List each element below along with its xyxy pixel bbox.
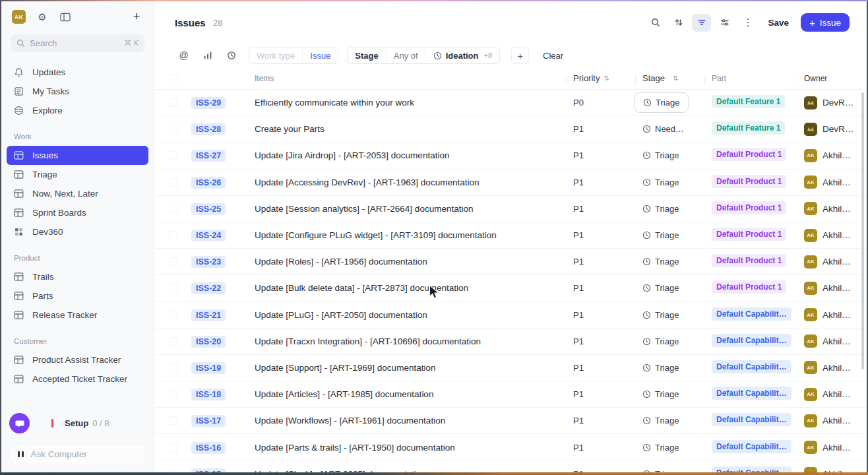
- issue-title[interactable]: Update [Roles] - [ART-1956] documentatio…: [241, 257, 566, 267]
- issue-id-badge[interactable]: ISS-21: [191, 309, 226, 321]
- sidebar-item-release-tracker[interactable]: Release Tracker: [7, 305, 148, 325]
- priority-cell[interactable]: P1: [566, 416, 635, 426]
- owner-cell[interactable]: AKAkhil…: [797, 414, 867, 428]
- issue-title[interactable]: Update [Workflows] - [ART-1961] document…: [241, 416, 566, 426]
- row-checkbox[interactable]: [170, 125, 178, 133]
- owner-cell[interactable]: AKAkhil…: [797, 175, 867, 189]
- column-owner[interactable]: Owner: [797, 74, 867, 83]
- work-type-filter[interactable]: Work type Issue: [249, 47, 338, 64]
- clear-filters-button[interactable]: Clear: [543, 51, 563, 61]
- stage-cell[interactable]: Triage: [635, 283, 704, 293]
- select-all-checkbox[interactable]: [170, 74, 178, 82]
- row-checkbox[interactable]: [170, 98, 178, 107]
- row-checkbox[interactable]: [170, 390, 178, 398]
- table-row[interactable]: ISS-22 Update [Bulk delete data] - [ART-…: [155, 275, 867, 301]
- column-part[interactable]: Part: [704, 74, 797, 83]
- table-row[interactable]: ISS-29 Efficiently communicate within yo…: [155, 90, 867, 116]
- issue-id-badge[interactable]: ISS-28: [191, 123, 226, 135]
- toggle-sidebar-icon[interactable]: [59, 11, 72, 24]
- stage-cell[interactable]: Triage: [635, 389, 704, 399]
- sidebar-item-sprint-boards[interactable]: Sprint Boards: [7, 203, 148, 222]
- table-row[interactable]: ISS-20 Update [Tracxn Integration] - [AR…: [155, 329, 867, 355]
- save-button[interactable]: Save: [768, 18, 789, 28]
- table-row[interactable]: ISS-24 Update [Configure PLuG widget] - …: [155, 222, 867, 249]
- owner-cell[interactable]: AKAkhil…: [797, 308, 867, 321]
- stage-filter-value[interactable]: Ideation +8: [425, 48, 499, 63]
- owner-cell[interactable]: DevR…: [797, 123, 867, 136]
- priority-cell[interactable]: P1: [566, 310, 635, 320]
- priority-cell[interactable]: P1: [566, 230, 635, 240]
- stage-cell[interactable]: Triage: [635, 230, 704, 240]
- part-cell[interactable]: Default Product 1: [704, 254, 797, 269]
- owner-cell[interactable]: DevR…: [797, 96, 867, 110]
- owner-cell[interactable]: AKAkhil…: [797, 441, 867, 454]
- sidebar-item-now-next-later[interactable]: Now, Next, Later: [7, 184, 148, 203]
- search-icon[interactable]: [646, 14, 665, 32]
- owner-cell[interactable]: AKAkhil…: [797, 229, 867, 242]
- issue-id-badge[interactable]: ISS-27: [191, 150, 226, 162]
- owner-cell[interactable]: AKAkhil…: [797, 334, 867, 348]
- issue-id-badge[interactable]: ISS-23: [191, 256, 226, 268]
- owner-cell[interactable]: AKAkhil…: [797, 149, 867, 162]
- issue-title[interactable]: Update [Bulk delete data] - [ART-2873] d…: [241, 283, 566, 293]
- sidebar-item-updates[interactable]: Updates: [7, 63, 148, 82]
- sidebar-item-dev360[interactable]: Dev360: [7, 222, 148, 241]
- table-row[interactable]: ISS-18 Update [Articles] - [ART-1985] do…: [155, 381, 867, 408]
- table-row[interactable]: ISS-19 Update [Support] - [ART-1969] doc…: [155, 355, 867, 381]
- stage-cell[interactable]: Triage: [635, 336, 704, 346]
- settings-gear-icon[interactable]: ⚙: [36, 11, 49, 24]
- row-checkbox[interactable]: [170, 364, 178, 372]
- issue-id-badge[interactable]: ISS-24: [191, 230, 226, 241]
- priority-cell[interactable]: P1: [566, 363, 635, 373]
- priority-cell[interactable]: P1: [566, 283, 635, 293]
- row-checkbox[interactable]: [170, 205, 178, 213]
- add-filter-button[interactable]: +: [511, 47, 529, 64]
- row-checkbox[interactable]: [170, 151, 178, 160]
- new-issue-button[interactable]: + Issue: [801, 13, 850, 32]
- stage-filter-operator[interactable]: Any of: [386, 48, 425, 63]
- priority-cell[interactable]: P1: [566, 150, 635, 160]
- issue-title[interactable]: Update [Session analytics] - [ART-2664] …: [241, 204, 566, 214]
- setup-label[interactable]: Setup: [65, 418, 88, 428]
- issue-title[interactable]: Update [Support] - [ART-1969] documentat…: [241, 363, 566, 373]
- owner-cell[interactable]: AKAkhil…: [797, 361, 867, 374]
- work-type-value[interactable]: Issue: [302, 48, 338, 63]
- row-checkbox[interactable]: [170, 337, 178, 346]
- sidebar-item-my-tasks[interactable]: My Tasks: [7, 82, 148, 101]
- owner-cell[interactable]: AKAkhil…: [797, 282, 867, 295]
- sidebar-add-button[interactable]: +: [130, 11, 143, 24]
- stage-cell[interactable]: Triage: [635, 363, 704, 373]
- row-checkbox[interactable]: [170, 257, 178, 266]
- part-cell[interactable]: Default Capabilit…: [704, 307, 797, 323]
- table-row[interactable]: ISS-27 Update [Jira Airdrop] - [ART-2053…: [155, 142, 867, 169]
- sort-icon[interactable]: [669, 14, 688, 32]
- customize-view-icon[interactable]: [715, 14, 734, 32]
- history-icon[interactable]: [222, 47, 240, 64]
- more-options-icon[interactable]: ⋮: [738, 14, 757, 32]
- row-checkbox[interactable]: [170, 311, 178, 319]
- issue-title[interactable]: Update [Parts & trails] - [ART-1950] doc…: [241, 443, 566, 453]
- owner-cell[interactable]: AKAkhil…: [797, 255, 867, 269]
- priority-cell[interactable]: P0: [566, 98, 635, 108]
- stage-cell[interactable]: Triage: [635, 416, 704, 426]
- priority-cell[interactable]: P1: [566, 257, 635, 267]
- table-row[interactable]: ISS-26 Update [Accessing DevRev] - [ART-…: [155, 170, 867, 196]
- sidebar-item-product-assist-tracker[interactable]: Product Assist Tracker: [7, 350, 148, 369]
- stage-cell[interactable]: Triage: [635, 310, 704, 320]
- part-cell[interactable]: Default Product 1: [704, 148, 797, 163]
- mention-filter-icon[interactable]: @: [175, 47, 193, 64]
- part-cell[interactable]: Default Capabilit…: [704, 360, 797, 375]
- issue-id-badge[interactable]: ISS-18: [191, 389, 226, 400]
- table-row[interactable]: ISS-17 Update [Workflows] - [ART-1961] d…: [155, 408, 867, 434]
- sidebar-item-accepted-ticket-tracker[interactable]: Accepted Ticket Tracker: [7, 369, 148, 389]
- part-cell[interactable]: Default Capabilit…: [704, 466, 797, 472]
- stage-cell[interactable]: Triage: [635, 204, 704, 214]
- priority-cell[interactable]: P1: [566, 177, 635, 187]
- stage-cell[interactable]: Triage: [635, 150, 704, 160]
- part-cell[interactable]: Default Capabilit…: [704, 440, 797, 455]
- table-row[interactable]: ISS-23 Update [Roles] - [ART-1956] docum…: [155, 249, 867, 275]
- issue-title[interactable]: Update [Accessing DevRev] - [ART-1963] d…: [241, 177, 566, 187]
- issue-title[interactable]: Update [Jira Airdrop] - [ART-2053] docum…: [241, 150, 566, 160]
- sidebar-item-triage[interactable]: Triage: [7, 165, 148, 184]
- part-cell[interactable]: Default Product 1: [704, 280, 797, 296]
